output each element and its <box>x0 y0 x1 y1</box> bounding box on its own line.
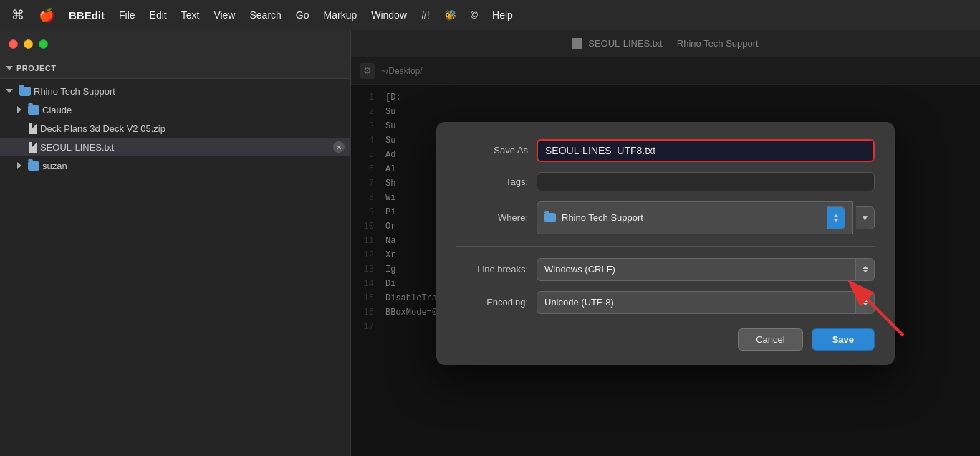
expand-icon <box>17 106 21 113</box>
dialog-buttons: Cancel Save <box>456 328 875 351</box>
encoding-value: Unicode (UTF-8) <box>544 297 614 308</box>
tags-label: Tags: <box>456 176 528 187</box>
window-menu[interactable]: Window <box>365 6 413 24</box>
encoding-row: Encoding: Unicode (UTF-8) <box>456 291 875 314</box>
expand-icon <box>6 89 13 93</box>
where-dropdown: Rhino Tech Support ▼ <box>537 201 875 234</box>
line-breaks-row: Line breaks: Windows (CRLF) <box>456 258 875 281</box>
line-breaks-dropdown[interactable]: Windows (CRLF) <box>537 258 856 281</box>
line-breaks-label: Line breaks: <box>456 264 528 275</box>
where-select[interactable]: Rhino Tech Support <box>537 201 853 234</box>
apple-menu[interactable]: 🍎 <box>33 4 60 26</box>
save-as-input[interactable] <box>537 139 875 162</box>
hash-menu[interactable]: #! <box>415 6 436 24</box>
where-spinner-arrows[interactable] <box>827 206 845 229</box>
minimize-button[interactable] <box>24 39 33 49</box>
folder-label: Claude <box>42 105 72 115</box>
line-breaks-control: Windows (CRLF) <box>537 258 875 281</box>
search-menu[interactable]: Search <box>244 6 287 24</box>
red-arrow-annotation <box>846 278 918 350</box>
folder-icon <box>28 161 39 171</box>
save-dialog: Save As Tags: Where: Rhino Tech Support <box>436 122 895 365</box>
encoding-control: Unicode (UTF-8) <box>537 291 875 314</box>
file-label: SEOUL-LINES.txt <box>40 142 114 153</box>
where-label: Where: <box>456 212 528 223</box>
go-menu[interactable]: Go <box>290 6 315 24</box>
folder-label: Rhino Tech Support <box>34 86 115 97</box>
sidebar-tree: Rhino Tech Support Claude Deck Plans 3d … <box>0 79 350 456</box>
file-label: Deck Plans 3d Deck V2 05.zip <box>40 123 165 134</box>
expand-icon <box>17 162 21 169</box>
encoding-dropdown[interactable]: Unicode (UTF-8) <box>537 291 856 314</box>
sidebar-item-suzan[interactable]: suzan <box>0 156 350 175</box>
bbedit-label[interactable]: BBEdit <box>63 6 110 24</box>
save-as-row: Save As <box>456 139 875 162</box>
sidebar: Project Rhino Tech Support Claude Deck P… <box>0 30 351 456</box>
spinner-up-icon <box>863 266 868 269</box>
sidebar-header: Project <box>0 57 350 79</box>
tags-row: Tags: <box>456 172 875 191</box>
markup-menu[interactable]: Markup <box>318 6 363 24</box>
file-icon <box>29 142 37 153</box>
spinner-down-icon <box>833 219 839 222</box>
dialog-separator <box>456 246 875 247</box>
line-breaks-value: Windows (CRLF) <box>544 264 615 275</box>
main-layout: Project Rhino Tech Support Claude Deck P… <box>0 30 980 456</box>
modal-overlay: Save As Tags: Where: Rhino Tech Support <box>351 30 980 456</box>
where-expand-button[interactable]: ▼ <box>856 206 875 229</box>
tags-input[interactable] <box>537 172 875 191</box>
cursor-icon: ⌘ <box>6 4 30 26</box>
sidebar-item-deck-plans[interactable]: Deck Plans 3d Deck V2 05.zip <box>0 119 350 138</box>
cancel-button[interactable]: Cancel <box>738 328 802 351</box>
save-as-label: Save As <box>456 145 528 156</box>
file-menu[interactable]: File <box>113 6 141 24</box>
svg-line-1 <box>868 300 903 336</box>
project-expand-icon[interactable] <box>6 66 13 70</box>
edit-menu[interactable]: Edit <box>144 6 173 24</box>
file-icon <box>29 123 37 134</box>
close-button[interactable] <box>9 39 18 49</box>
sidebar-item-seoul-lines[interactable]: SEOUL-LINES.txt ✕ <box>0 138 350 156</box>
zoom-button[interactable] <box>39 39 48 49</box>
sidebar-section-title: Project <box>16 64 56 72</box>
where-folder-icon <box>544 213 556 222</box>
where-value: Rhino Tech Support <box>562 212 643 223</box>
editor-area: SEOUL-LINES.txt — Rhino Tech Support ⚙ ~… <box>351 30 980 456</box>
copyright-icon[interactable]: © <box>465 6 484 24</box>
folder-label: suzan <box>42 161 67 171</box>
text-menu[interactable]: Text <box>176 6 206 24</box>
sidebar-item-claude[interactable]: Claude <box>0 100 350 119</box>
sidebar-item-rhino-tech-support[interactable]: Rhino Tech Support <box>0 82 350 100</box>
close-file-badge[interactable]: ✕ <box>333 141 345 153</box>
window-chrome <box>0 30 350 57</box>
folder-icon <box>19 87 31 96</box>
where-row: Where: Rhino Tech Support ▼ <box>456 201 875 234</box>
spinner-up-icon <box>833 214 839 217</box>
menubar: ⌘ 🍎 File BBEdit File Edit Text View Sear… <box>0 0 980 30</box>
folder-icon <box>28 105 39 115</box>
encoding-label: Encoding: <box>456 297 528 308</box>
bee-icon[interactable]: 🐝 <box>438 6 462 24</box>
spinner-down-icon <box>863 270 868 272</box>
view-menu[interactable]: View <box>208 6 241 24</box>
help-menu[interactable]: Help <box>486 6 519 24</box>
